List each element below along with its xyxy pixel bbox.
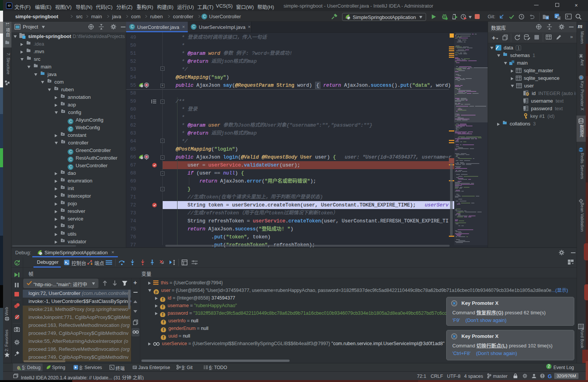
- svg-text:A: A: [558, 17, 560, 20]
